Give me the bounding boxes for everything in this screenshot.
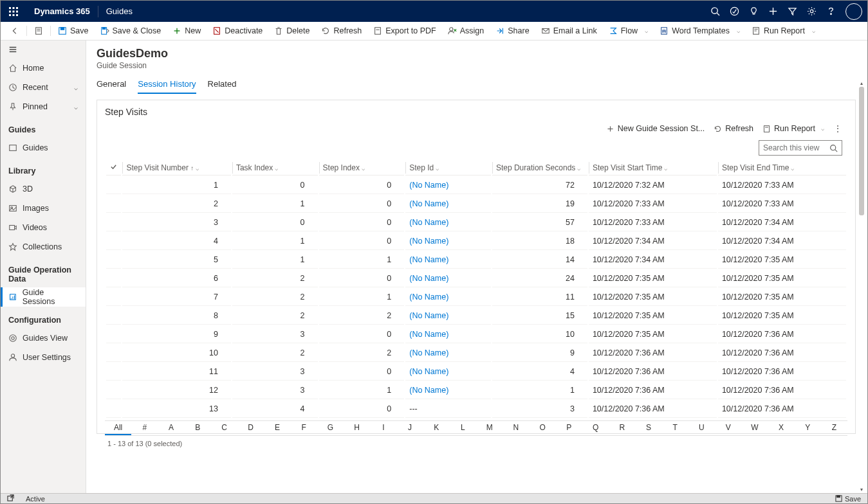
- sidebar-item-3d[interactable]: 3D: [1, 179, 86, 199]
- col-step-index[interactable]: Step Index⌵: [319, 161, 405, 176]
- search-input[interactable]: [763, 143, 829, 152]
- col-step-visit-number[interactable]: Step Visit Number ↑⌵: [122, 161, 230, 176]
- col-end-time[interactable]: Step Visit End Time⌵: [718, 161, 846, 176]
- table-row[interactable]: 1022(No Name)910/12/2020 7:36 AM10/12/20…: [106, 345, 846, 362]
- alpha-t[interactable]: T: [662, 421, 688, 435]
- table-row[interactable]: 620(No Name)2410/12/2020 7:35 AM10/12/20…: [106, 270, 846, 287]
- alpha-p[interactable]: P: [556, 421, 582, 435]
- search-box[interactable]: [759, 140, 842, 156]
- select-all-checkbox[interactable]: [106, 161, 121, 176]
- sidebar-item-home[interactable]: Home: [1, 59, 86, 78]
- card-run-report-button[interactable]: Run Report⌵: [762, 124, 824, 133]
- alpha-g[interactable]: G: [317, 421, 344, 435]
- step-id-link[interactable]: (No Name): [409, 348, 448, 357]
- app-name[interactable]: Guides: [98, 6, 140, 16]
- alpha-n[interactable]: N: [503, 421, 529, 435]
- alpha-l[interactable]: L: [450, 421, 476, 435]
- new-session-button[interactable]: New Guide Session St...: [606, 124, 705, 133]
- email-link-button[interactable]: Email a Link: [535, 22, 603, 40]
- alpha-s[interactable]: S: [635, 421, 661, 435]
- alpha-r[interactable]: R: [609, 421, 635, 435]
- tab-session-history[interactable]: Session History: [138, 76, 196, 94]
- alpha-j[interactable]: J: [396, 421, 423, 435]
- sidebar-item-guides[interactable]: Guides: [1, 138, 86, 158]
- step-id-link[interactable]: (No Name): [409, 292, 448, 302]
- alpha-a[interactable]: A: [158, 421, 184, 435]
- alpha-all[interactable]: All: [105, 421, 131, 435]
- assign-button[interactable]: Assign: [442, 22, 490, 40]
- share-button[interactable]: Share: [490, 22, 535, 40]
- alpha-k[interactable]: K: [423, 421, 450, 435]
- filter-icon[interactable]: [782, 1, 802, 22]
- lightbulb-icon[interactable]: [744, 1, 763, 22]
- card-refresh-button[interactable]: Refresh: [714, 124, 753, 133]
- sidebar-item-user-settings[interactable]: User Settings: [1, 348, 86, 367]
- alpha-u[interactable]: U: [688, 421, 715, 435]
- add-icon[interactable]: [763, 1, 782, 22]
- col-start-time[interactable]: Step Visit Start Time⌵: [589, 161, 717, 176]
- table-row[interactable]: 1340---310/12/2020 7:36 AM10/12/2020 7:3…: [106, 401, 846, 418]
- new-button[interactable]: New: [167, 22, 207, 40]
- flow-button[interactable]: Flow⌵: [603, 22, 654, 40]
- alpha-b[interactable]: B: [185, 421, 211, 435]
- alpha-z[interactable]: Z: [821, 421, 847, 435]
- col-step-duration[interactable]: Step Duration Seconds⌵: [492, 161, 587, 176]
- popout-icon[interactable]: [7, 494, 14, 503]
- delete-button[interactable]: Delete: [268, 22, 315, 40]
- save-button[interactable]: Save: [52, 22, 95, 40]
- table-row[interactable]: 721(No Name)1110/12/2020 7:35 AM10/12/20…: [106, 289, 846, 306]
- alpha-c[interactable]: C: [211, 421, 237, 435]
- form-selector-button[interactable]: [28, 22, 49, 40]
- table-row[interactable]: 511(No Name)1410/12/2020 7:34 AM10/12/20…: [106, 251, 846, 269]
- step-id-link[interactable]: ---: [409, 404, 418, 413]
- tab-general[interactable]: General: [97, 76, 126, 94]
- refresh-button[interactable]: Refresh: [315, 22, 367, 40]
- alpha-e[interactable]: E: [264, 421, 290, 435]
- deactivate-button[interactable]: Deactivate: [207, 22, 268, 40]
- tab-related[interactable]: Related: [208, 76, 237, 94]
- back-button[interactable]: [5, 22, 25, 40]
- alpha-f[interactable]: F: [291, 421, 317, 435]
- brand-label[interactable]: Dynamics 365: [26, 6, 98, 16]
- sidebar-item-pinned[interactable]: Pinned⌵: [1, 97, 86, 116]
- user-avatar[interactable]: [845, 3, 862, 20]
- step-id-link[interactable]: (No Name): [409, 199, 448, 208]
- step-id-link[interactable]: (No Name): [409, 255, 448, 264]
- save-close-button[interactable]: Save & Close: [95, 22, 167, 40]
- alpha-i[interactable]: I: [370, 421, 396, 435]
- help-icon[interactable]: [821, 1, 840, 22]
- table-row[interactable]: 210(No Name)1910/12/2020 7:33 AM10/12/20…: [106, 195, 846, 213]
- sidebar-item-collections[interactable]: Collections: [1, 237, 86, 256]
- step-id-link[interactable]: (No Name): [409, 311, 448, 320]
- table-row[interactable]: 1231(No Name)110/12/2020 7:36 AM10/12/20…: [106, 382, 846, 399]
- alpha-w[interactable]: W: [741, 421, 768, 435]
- col-step-id[interactable]: Step Id⌵: [405, 161, 491, 176]
- step-id-link[interactable]: (No Name): [409, 386, 448, 395]
- search-icon[interactable]: [705, 1, 725, 22]
- vertical-scrollbar[interactable]: [859, 80, 864, 482]
- table-row[interactable]: 410(No Name)1810/12/2020 7:34 AM10/12/20…: [106, 233, 846, 250]
- table-row[interactable]: 300(No Name)5710/12/2020 7:33 AM10/12/20…: [106, 214, 846, 231]
- step-id-link[interactable]: (No Name): [409, 181, 448, 190]
- sidebar-item-sessions[interactable]: Guide Sessions: [1, 287, 86, 307]
- export-pdf-button[interactable]: Export to PDF: [367, 22, 442, 40]
- run-report-button[interactable]: Run Report⌵: [746, 22, 821, 40]
- app-launcher-button[interactable]: [1, 1, 26, 22]
- alpha-h[interactable]: H: [344, 421, 370, 435]
- col-task-index[interactable]: Task Index⌵: [232, 161, 318, 176]
- status-save-button[interactable]: Save: [835, 495, 861, 503]
- step-id-link[interactable]: (No Name): [409, 237, 448, 246]
- alpha-x[interactable]: X: [768, 421, 794, 435]
- step-id-link[interactable]: (No Name): [409, 367, 448, 376]
- word-templates-button[interactable]: Word Templates⌵: [654, 22, 746, 40]
- sidebar-item-guides-view[interactable]: Guides View: [1, 328, 86, 348]
- settings-icon[interactable]: [802, 1, 821, 22]
- hamburger-button[interactable]: [1, 40, 86, 59]
- alpha-v[interactable]: V: [715, 421, 741, 435]
- table-row[interactable]: 930(No Name)1010/12/2020 7:35 AM10/12/20…: [106, 326, 846, 343]
- more-commands-button[interactable]: ⋮: [833, 123, 842, 134]
- alpha-m[interactable]: M: [476, 421, 503, 435]
- sidebar-item-recent[interactable]: Recent⌵: [1, 78, 86, 97]
- alpha-#[interactable]: #: [131, 421, 158, 435]
- alpha-y[interactable]: Y: [795, 421, 821, 435]
